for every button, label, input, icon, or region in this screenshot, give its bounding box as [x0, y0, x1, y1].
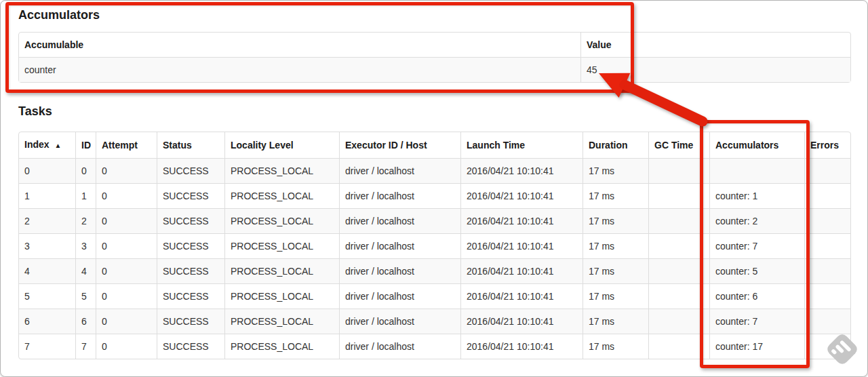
task-index-cell: 7	[19, 334, 75, 359]
executor-id-host-column-header[interactable]: Executor ID / Host	[339, 132, 460, 158]
task-locality-cell: PROCESS_LOCAL	[224, 233, 339, 258]
task-gc-time-cell	[648, 183, 709, 208]
tasks-header-row: Index▲ ID Attempt Status Locality Level …	[19, 132, 850, 158]
task-launch-time-cell: 2016/04/21 10:10:41	[460, 283, 583, 309]
task-locality-cell: PROCESS_LOCAL	[224, 208, 339, 233]
task-errors-cell	[804, 158, 850, 183]
task-locality-cell: PROCESS_LOCAL	[224, 258, 339, 283]
task-row: 1 1 0 SUCCESS PROCESS_LOCAL driver / loc…	[19, 183, 850, 208]
task-index-cell: 5	[19, 283, 75, 309]
task-launch-time-cell: 2016/04/21 10:10:41	[460, 233, 583, 258]
task-duration-cell: 17 ms	[583, 233, 648, 258]
task-index-cell: 6	[19, 309, 75, 334]
task-accumulators-cell: counter: 17	[709, 334, 804, 359]
task-id-cell: 4	[75, 258, 96, 283]
task-status-cell: SUCCESS	[157, 183, 224, 208]
task-row: 4 4 0 SUCCESS PROCESS_LOCAL driver / loc…	[19, 258, 850, 283]
task-id-cell: 0	[75, 158, 96, 183]
task-id-cell: 2	[75, 208, 96, 233]
task-locality-cell: PROCESS_LOCAL	[224, 309, 339, 334]
task-errors-cell	[804, 334, 850, 359]
task-launch-time-cell: 2016/04/21 10:10:41	[460, 309, 583, 334]
task-id-cell: 1	[75, 183, 96, 208]
task-duration-cell: 17 ms	[583, 309, 648, 334]
task-gc-time-cell	[648, 334, 709, 359]
task-locality-cell: PROCESS_LOCAL	[224, 183, 339, 208]
task-attempt-cell: 0	[96, 158, 157, 183]
task-locality-cell: PROCESS_LOCAL	[224, 158, 339, 183]
task-accumulators-cell: counter: 6	[709, 283, 804, 309]
duration-column-header[interactable]: Duration	[583, 132, 648, 158]
task-accumulators-cell: counter: 5	[709, 258, 804, 283]
value-column-header[interactable]: Value	[580, 33, 850, 57]
accumulators-header-row: Accumulable Value	[19, 33, 850, 57]
task-id-cell: 5	[75, 283, 96, 309]
task-row: 2 2 0 SUCCESS PROCESS_LOCAL driver / loc…	[19, 208, 850, 233]
accumulators-section-title: Accumulators	[18, 8, 850, 22]
task-executor-cell: driver / localhost	[339, 183, 460, 208]
task-gc-time-cell	[648, 158, 709, 183]
task-executor-cell: driver / localhost	[339, 309, 460, 334]
accumulable-value-cell: 45	[580, 57, 850, 82]
task-attempt-cell: 0	[96, 208, 157, 233]
task-row: 0 0 0 SUCCESS PROCESS_LOCAL driver / loc…	[19, 158, 850, 183]
tasks-section-title: Tasks	[18, 104, 850, 119]
task-gc-time-cell	[648, 233, 709, 258]
accumulators-section: Accumulators Accumulable Value counter 4…	[18, 8, 850, 83]
task-gc-time-cell	[648, 258, 709, 283]
accumulable-column-header[interactable]: Accumulable	[19, 33, 580, 57]
task-duration-cell: 17 ms	[583, 283, 648, 309]
accumulator-row: counter 45	[19, 57, 850, 82]
task-gc-time-cell	[648, 208, 709, 233]
id-column-header[interactable]: ID	[75, 132, 96, 158]
gc-time-column-header[interactable]: GC Time	[648, 132, 709, 158]
tasks-section: Tasks Index▲ ID Attempt Status Locality …	[18, 104, 850, 359]
task-locality-cell: PROCESS_LOCAL	[224, 334, 339, 359]
task-launch-time-cell: 2016/04/21 10:10:41	[460, 208, 583, 233]
task-index-cell: 3	[19, 233, 75, 258]
task-gc-time-cell	[648, 283, 709, 309]
tasks-table: Index▲ ID Attempt Status Locality Level …	[18, 132, 851, 359]
task-duration-cell: 17 ms	[583, 334, 648, 359]
task-accumulators-cell: counter: 7	[709, 309, 804, 334]
task-errors-cell	[804, 208, 850, 233]
task-id-cell: 6	[75, 309, 96, 334]
task-index-cell: 4	[19, 258, 75, 283]
task-launch-time-cell: 2016/04/21 10:10:41	[460, 258, 583, 283]
task-duration-cell: 17 ms	[583, 183, 648, 208]
task-row: 6 6 0 SUCCESS PROCESS_LOCAL driver / loc…	[19, 309, 850, 334]
task-row: 7 7 0 SUCCESS PROCESS_LOCAL driver / loc…	[19, 334, 850, 359]
task-index-cell: 2	[19, 208, 75, 233]
sort-ascending-icon: ▲	[55, 142, 62, 149]
task-status-cell: SUCCESS	[157, 309, 224, 334]
task-executor-cell: driver / localhost	[339, 158, 460, 183]
task-accumulators-cell: counter: 7	[709, 233, 804, 258]
task-executor-cell: driver / localhost	[339, 233, 460, 258]
task-accumulators-cell	[709, 158, 804, 183]
task-status-cell: SUCCESS	[157, 158, 224, 183]
task-id-cell: 3	[75, 233, 96, 258]
task-duration-cell: 17 ms	[583, 158, 648, 183]
task-executor-cell: driver / localhost	[339, 208, 460, 233]
task-launch-time-cell: 2016/04/21 10:10:41	[460, 334, 583, 359]
task-duration-cell: 17 ms	[583, 208, 648, 233]
task-errors-cell	[804, 233, 850, 258]
task-locality-cell: PROCESS_LOCAL	[224, 283, 339, 309]
task-attempt-cell: 0	[96, 334, 157, 359]
status-column-header[interactable]: Status	[157, 132, 224, 158]
task-accumulators-cell: counter: 2	[709, 208, 804, 233]
task-executor-cell: driver / localhost	[339, 334, 460, 359]
task-id-cell: 7	[75, 334, 96, 359]
attempt-column-header[interactable]: Attempt	[96, 132, 157, 158]
launch-time-column-header[interactable]: Launch Time	[460, 132, 583, 158]
task-status-cell: SUCCESS	[157, 233, 224, 258]
errors-column-header[interactable]: Errors	[804, 132, 850, 158]
task-attempt-cell: 0	[96, 258, 157, 283]
accumulators-column-header[interactable]: Accumulators	[709, 132, 804, 158]
index-column-header[interactable]: Index▲	[19, 132, 75, 158]
task-launch-time-cell: 2016/04/21 10:10:41	[460, 158, 583, 183]
page-content: Accumulators Accumulable Value counter 4…	[18, 0, 850, 359]
task-row: 3 3 0 SUCCESS PROCESS_LOCAL driver / loc…	[19, 233, 850, 258]
locality-level-column-header[interactable]: Locality Level	[224, 132, 339, 158]
task-errors-cell	[804, 183, 850, 208]
